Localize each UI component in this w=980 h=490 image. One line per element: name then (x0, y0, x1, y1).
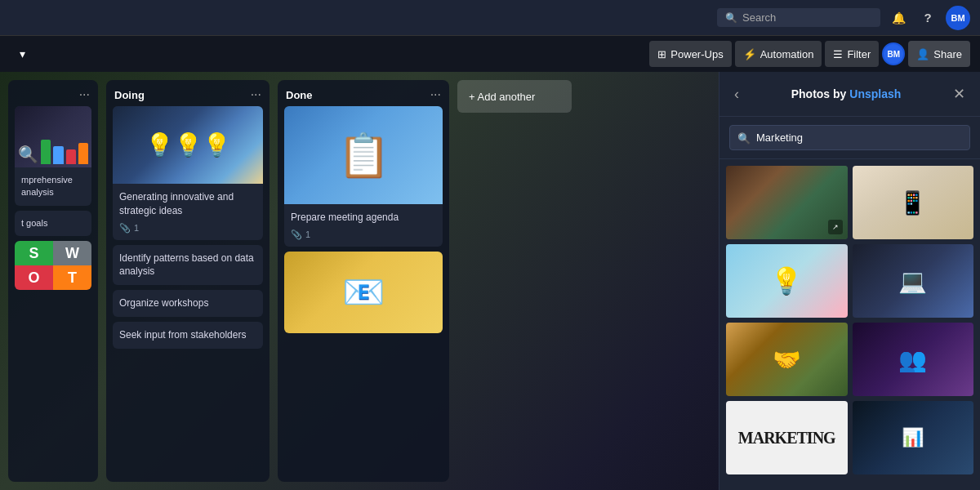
column-doing-title: Doing (114, 89, 145, 101)
user-avatar-topbar[interactable]: BM (946, 6, 970, 30)
img2-content: 📱 (898, 189, 927, 216)
column-partial: ··· 🔍 mprehensive analysis (8, 80, 98, 482)
card-lightbulbs-attachments: 1 (134, 223, 139, 233)
search-icon: 🔍 (725, 12, 737, 24)
filter-button[interactable]: ☰ Filter (825, 41, 879, 67)
automation-button[interactable]: ⚡ Automation (735, 41, 822, 67)
notifications-icon[interactable]: 🔔 (887, 7, 910, 29)
powerups-button[interactable]: ⊞ Power-Ups (649, 41, 731, 67)
panel-search-wrapper: 🔍 (729, 125, 970, 150)
card-patterns[interactable]: Identify patterns based on data analysis (113, 245, 263, 286)
card-stakeholders-title: Seek input from stakeholders (119, 328, 256, 342)
swot-s: S (15, 241, 53, 265)
bar-green (41, 140, 51, 164)
bar-blue-1 (53, 146, 63, 164)
column-partial-header: ··· (8, 80, 98, 106)
panel-title-text: Photos by (791, 87, 850, 100)
lightbulbs-emoji: 💡💡💡 (145, 131, 231, 158)
board-user-avatar[interactable]: BM (882, 42, 905, 65)
clipboard-emoji: 📋 (337, 131, 390, 180)
add-another-button[interactable]: + Add another (457, 80, 572, 113)
card-patterns-title: Identify patterns based on data analysis (119, 252, 256, 279)
card-clipboard-image: 📋 (284, 106, 443, 204)
filter-label: Filter (847, 48, 871, 60)
card-stakeholders[interactable]: Seek input from stakeholders (113, 322, 263, 349)
unsplash-search-input[interactable] (729, 125, 970, 150)
search-label: Search (742, 11, 776, 24)
card-patterns-body: Identify patterns based on data analysis (113, 245, 263, 286)
card-analysis[interactable]: 🔍 mprehensive analysis (15, 106, 91, 206)
card-lightbulbs-title: Generating innovative and strategic idea… (119, 190, 256, 218)
card-analysis-body: mprehensive analysis (15, 167, 91, 206)
topbar-search[interactable]: 🔍 Search (717, 8, 880, 27)
columns-wrapper: ··· 🔍 mprehensive analysis (0, 72, 719, 490)
marketing-text: MARKETING (738, 429, 835, 448)
column-doing-cards: 💡💡💡 Generating innovative and strategic … (106, 106, 270, 355)
img1-icon: ↗ (832, 223, 839, 231)
card-lightbulbs-body: Generating innovative and strategic idea… (113, 184, 263, 240)
unsplash-image-8[interactable]: 📊 (853, 401, 974, 474)
column-partial-cards: 🔍 mprehensive analysis t goals (8, 106, 98, 296)
paperclip-icon-2: 📎 (291, 229, 302, 240)
img3-content: 💡 (770, 265, 803, 296)
card-workshops-body: Organize workshops (113, 290, 263, 317)
column-partial-menu[interactable]: ··· (79, 88, 90, 101)
card-email-image: 📧 (284, 252, 443, 333)
card-lightbulbs-image: 💡💡💡 (113, 106, 263, 184)
card-clipboard[interactable]: 📋 Prepare meeting agenda 📎 1 (284, 106, 443, 247)
card-clipboard-meta: 📎 1 (291, 229, 436, 240)
unsplash-image-1[interactable]: ↗ (726, 166, 848, 239)
column-doing: Doing ··· 💡💡💡 Generating innovative and … (106, 80, 270, 482)
card-chart-image: 🔍 (15, 106, 91, 167)
person-add-icon: 👤 (916, 48, 929, 60)
panel-search-area: 🔍 (719, 117, 980, 159)
card-workshops-title: Organize workshops (119, 296, 256, 310)
powerups-label: Power-Ups (670, 48, 723, 60)
card-swot[interactable]: S W O T (15, 241, 91, 290)
column-done-title: Done (286, 89, 313, 101)
panel-title: Photos by Unsplash (749, 87, 943, 100)
unsplash-images-grid: ↗ 📱 💡 💻 🤝 (719, 159, 980, 490)
unsplash-image-5[interactable]: 🤝 (726, 323, 848, 396)
card-swot-image: S W O T (15, 241, 91, 290)
board-title-chevron[interactable]: ▾ (16, 44, 29, 64)
panel-header: ‹ Photos by Unsplash ✕ (719, 72, 980, 117)
help-icon[interactable]: ? (916, 7, 939, 29)
board-avatar-initials: BM (888, 50, 901, 59)
img6-content: 👥 (898, 346, 927, 373)
unsplash-image-3[interactable]: 💡 (726, 244, 848, 318)
bolt-icon: ⚡ (743, 48, 756, 60)
board-toolbar: ▾ ⊞ Power-Ups ⚡ Automation ☰ Filter BM 👤… (0, 36, 980, 72)
column-doing-header: Doing ··· (106, 80, 270, 106)
column-doing-menu[interactable]: ··· (251, 88, 261, 101)
automation-label: Automation (760, 48, 814, 60)
card-email[interactable]: 📧 (284, 252, 443, 333)
unsplash-image-6[interactable]: 👥 (853, 323, 974, 396)
img4-content: 💻 (898, 268, 927, 295)
unsplash-panel: ‹ Photos by Unsplash ✕ 🔍 ↗ 📱 (719, 72, 980, 490)
magnify-icon: 🔍 (18, 145, 38, 164)
swot-o: O (15, 265, 53, 290)
panel-close-button[interactable]: ✕ (950, 83, 969, 105)
unsplash-image-7[interactable]: MARKETING (726, 401, 848, 474)
card-workshops[interactable]: Organize workshops (113, 290, 263, 317)
board-area: ··· 🔍 mprehensive analysis (0, 72, 980, 490)
column-done-menu[interactable]: ··· (430, 88, 441, 101)
swot-t: T (53, 265, 91, 290)
swot-w: W (53, 241, 91, 265)
card-analysis-title: mprehensive analysis (21, 174, 85, 199)
paperclip-icon: 📎 (119, 223, 131, 234)
unsplash-image-2[interactable]: 📱 (853, 166, 974, 239)
card-goals[interactable]: t goals (15, 211, 91, 236)
share-button[interactable]: 👤 Share (908, 41, 970, 67)
unsplash-brand: Unsplash (849, 87, 901, 100)
card-goals-body: t goals (15, 211, 91, 236)
powerups-icon: ⊞ (657, 48, 666, 60)
card-clipboard-attachments: 1 (305, 229, 310, 239)
unsplash-image-4[interactable]: 💻 (853, 244, 974, 318)
card-goals-title: t goals (21, 217, 85, 229)
panel-back-button[interactable]: ‹ (731, 84, 742, 105)
filter-icon: ☰ (833, 48, 843, 60)
card-lightbulbs[interactable]: 💡💡💡 Generating innovative and strategic … (113, 106, 263, 240)
column-done-cards: 📋 Prepare meeting agenda 📎 1 📧 (278, 106, 449, 340)
